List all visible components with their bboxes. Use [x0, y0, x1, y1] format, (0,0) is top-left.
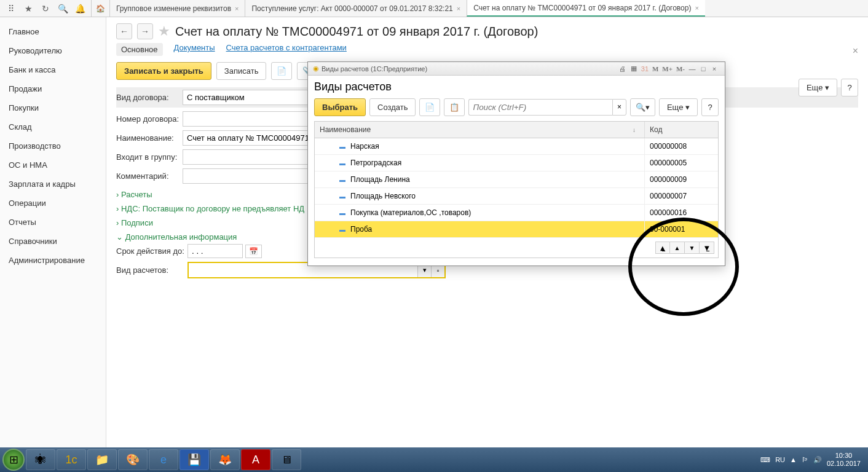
sidebar-item[interactable]: Склад [0, 117, 106, 136]
save-close-button[interactable]: Записать и закрыть [116, 62, 211, 80]
task-explorer[interactable]: 📁 [87, 449, 117, 470]
group-field[interactable] [183, 149, 318, 165]
name-field[interactable] [183, 130, 318, 146]
contract-type-field[interactable]: С поставщиком [183, 90, 318, 105]
task-save[interactable]: 💾 [180, 449, 209, 470]
grid-row[interactable]: ▬Площадь Невского000000007 [315, 188, 718, 205]
col-name-header[interactable]: Наименование↓ [315, 122, 644, 138]
more-button[interactable]: Еще ▾ [799, 79, 837, 96]
sidebar: Главное Руководителю Банк и касса Продаж… [0, 17, 106, 447]
close-icon[interactable]: × [709, 65, 720, 73]
tray-flag-icon[interactable]: 🏳 [802, 456, 808, 463]
save-button[interactable]: Записать [216, 62, 267, 80]
tray-clock[interactable]: 10:30 02.10.2017 [827, 452, 861, 468]
nav-last-icon[interactable]: ▼̲ [700, 242, 714, 254]
comment-field[interactable] [183, 168, 318, 184]
item-icon: ▬ [339, 210, 345, 216]
sidebar-item[interactable]: Отчеты [0, 213, 106, 232]
tab-0[interactable]: Групповое изменение реквизитов× [109, 0, 245, 17]
tab-2[interactable]: Счет на оплату № ТМС00004971 от 09 январ… [467, 0, 705, 17]
mem-m[interactable]: M [650, 65, 660, 73]
sidebar-item[interactable]: Зарплата и кадры [0, 175, 106, 194]
popup-more-button[interactable]: Еще ▾ [659, 98, 698, 116]
search-icon[interactable]: 🔍 [54, 1, 71, 16]
grid-row[interactable]: ▬Нарская000000008 [315, 138, 718, 155]
clear-search-icon[interactable]: × [612, 99, 626, 116]
close-icon[interactable]: × [457, 5, 460, 12]
close-icon[interactable]: × [695, 4, 698, 12]
star-icon[interactable]: ★ [20, 1, 37, 16]
cal-icon[interactable]: 31 [639, 65, 650, 73]
valid-date-field[interactable] [187, 244, 243, 258]
list-button[interactable]: 📋 [444, 98, 465, 116]
grid-row[interactable]: ▬Проба00-000001 [315, 221, 718, 238]
task-monitor[interactable]: 🖥 [272, 449, 301, 470]
history-icon[interactable]: ↻ [37, 1, 54, 16]
close-icon[interactable]: × [235, 5, 239, 12]
contract-type-label: Вид договора: [116, 93, 183, 102]
grid-row[interactable]: ▬Площадь Ленина000000009 [315, 171, 718, 188]
task-ie[interactable]: e [149, 449, 178, 470]
sidebar-item[interactable]: ОС и НМА [0, 155, 106, 175]
popup-window-title: Виды расчетов (1С:Предприятие) [322, 65, 427, 73]
row-code: 000000007 [644, 188, 718, 204]
popup-help-button[interactable]: ? [701, 98, 719, 116]
tray-keyboard-icon[interactable]: ⌨ [760, 456, 770, 464]
task-app-3[interactable]: 🎨 [118, 449, 148, 470]
popup-titlebar[interactable]: ◉ Виды расчетов (1С:Предприятие) 🖨 ▦ 31 … [308, 62, 725, 76]
subnav-accounts[interactable]: Счета расчетов с контрагентами [226, 43, 347, 56]
tab-1[interactable]: Поступление услуг: Акт 0000-000007 от 09… [245, 0, 467, 17]
sidebar-item[interactable]: Продажи [0, 79, 106, 98]
file-button[interactable]: 📄 [271, 62, 292, 80]
subnav-docs[interactable]: Документы [174, 43, 215, 56]
mem-mminus[interactable]: M- [674, 65, 687, 73]
print-icon[interactable]: 🖨 [617, 65, 628, 73]
help-button[interactable]: ? [841, 79, 858, 96]
row-name: Проба [350, 225, 372, 234]
tray-up-icon[interactable]: ▲ [790, 456, 797, 463]
back-button[interactable]: ← [116, 23, 132, 39]
minimize-icon[interactable]: — [687, 65, 698, 73]
search-input[interactable] [468, 99, 612, 116]
create-button[interactable]: Создать [369, 98, 416, 116]
close-page-icon[interactable]: × [853, 45, 858, 57]
col-code-header[interactable]: Код [644, 122, 718, 138]
sidebar-item[interactable]: Производство [0, 136, 106, 155]
find-button[interactable]: 🔍▾ [630, 98, 655, 116]
apps-icon[interactable]: ⠿ [2, 1, 20, 16]
sidebar-item[interactable]: Главное [0, 22, 106, 41]
maximize-icon[interactable]: □ [698, 65, 709, 73]
favorite-icon[interactable]: ★ [158, 23, 170, 39]
task-adobe[interactable]: A [241, 449, 270, 470]
grid-row[interactable]: ▬Петроградская000000005 [315, 155, 718, 171]
tray-volume-icon[interactable]: 🔊 [813, 456, 822, 464]
sidebar-item[interactable]: Администрирование [0, 251, 106, 270]
nav-down-icon[interactable]: ▼ [685, 242, 700, 254]
sidebar-item[interactable]: Операции [0, 194, 106, 213]
sidebar-item[interactable]: Справочники [0, 232, 106, 251]
nav-first-icon[interactable]: ▲̲ [655, 242, 670, 254]
grid-row[interactable]: ▬Покупка (материалов,ОС ,товаров)0000000… [315, 205, 718, 221]
start-button[interactable]: ⊞ [2, 449, 25, 471]
mem-mplus[interactable]: M+ [660, 65, 674, 73]
system-tray[interactable]: ⌨ RU ▲ 🏳 🔊 10:30 02.10.2017 [760, 452, 866, 468]
grid-icon[interactable]: ▦ [628, 65, 639, 73]
sidebar-item[interactable]: Покупки [0, 98, 106, 117]
forward-button[interactable]: → [137, 23, 153, 39]
task-app-1[interactable]: 🕷 [26, 449, 55, 470]
sidebar-item[interactable]: Руководителю [0, 41, 106, 60]
tray-lang[interactable]: RU [775, 456, 785, 463]
home-tab[interactable]: 🏠 [91, 0, 109, 17]
row-name: Петроградская [350, 159, 401, 167]
tab-bar: 🏠 Групповое изменение реквизитов× Поступ… [91, 0, 866, 17]
contract-no-field[interactable] [183, 111, 318, 127]
task-firefox[interactable]: 🦊 [210, 449, 240, 470]
nav-up-icon[interactable]: ▲ [670, 242, 685, 254]
calendar-icon[interactable]: 📅 [245, 245, 262, 258]
subnav-main[interactable]: Основное [116, 43, 163, 56]
task-app-2[interactable]: 1c [57, 449, 86, 470]
sidebar-item[interactable]: Банк и касса [0, 60, 106, 79]
copy-button[interactable]: 📄 [419, 98, 440, 116]
choose-button[interactable]: Выбрать [314, 98, 366, 116]
bell-icon[interactable]: 🔔 [71, 1, 89, 16]
